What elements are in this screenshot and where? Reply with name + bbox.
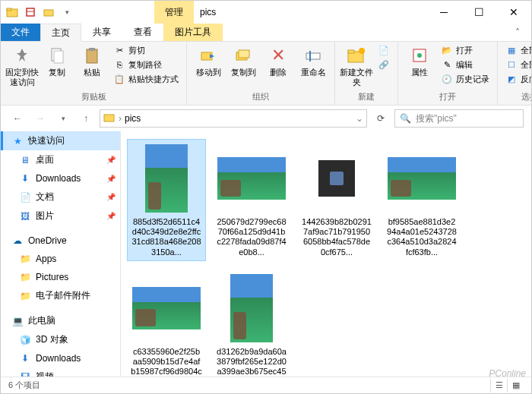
sidebar-item-quick-access[interactable]: ★ 快速访问 xyxy=(1,131,120,150)
copypath-icon: ⎘ xyxy=(113,58,125,71)
folder-qat-icon[interactable] xyxy=(42,5,55,19)
up-button[interactable]: ↑ xyxy=(77,109,95,128)
ribbon-collapse-button[interactable]: ˄ xyxy=(504,24,531,41)
copy-icon xyxy=(46,45,68,66)
titlebar: ▾ 管理 pics ─ ☐ ✕ xyxy=(1,1,531,24)
close-button[interactable]: ✕ xyxy=(496,1,531,24)
folder-icon: 📁 xyxy=(19,290,31,302)
view-icons-button[interactable]: ▦ xyxy=(507,379,524,392)
file-item[interactable]: 250679d2799ec6870f66a125d9d41bc2278fada0… xyxy=(212,139,291,261)
tab-share[interactable]: 共享 xyxy=(81,24,122,41)
svg-rect-4 xyxy=(44,10,53,16)
recent-dropdown[interactable]: ▾ xyxy=(54,109,72,128)
sidebar-item-3d-objects[interactable]: 🧊3D 对象 xyxy=(1,330,120,349)
pc-icon: 💻 xyxy=(11,315,24,327)
quick-access-toolbar: ▾ xyxy=(1,1,78,24)
new-item-button[interactable]: 📄 xyxy=(375,43,393,57)
file-thumbnail xyxy=(131,143,202,214)
file-item[interactable]: c63355960e2f25baa5909b15d7e4afb15987cf96… xyxy=(127,269,206,377)
group-new-label: 新建 xyxy=(358,90,375,103)
file-thumbnail xyxy=(386,143,458,214)
sidebar-item-documents[interactable]: 📄文档📌 xyxy=(1,188,120,206)
pin-to-quick-access-button[interactable]: 固定到快速访问 xyxy=(5,43,39,87)
sidebar-item-pictures-od[interactable]: 📁Pictures xyxy=(1,268,120,286)
navbar: ← → ▾ ↑ › pics ⌄ ⟳ 🔍 搜索"pics" xyxy=(1,106,531,131)
qat-dropdown-icon[interactable]: ▾ xyxy=(60,5,74,19)
group-open: 属性 📂打开 ✎编辑 🕘历史记录 打开 xyxy=(398,42,498,105)
open-button[interactable]: 📂打开 xyxy=(438,43,492,57)
sidebar-item-email-attach[interactable]: 📁电子邮件附件 xyxy=(1,286,120,305)
file-item[interactable]: 885d3f52d6511c4d40c349d2e8e2ffc31cd818a4… xyxy=(127,139,206,261)
invert-selection-button[interactable]: ◩反向选择 xyxy=(502,72,532,86)
file-item[interactable]: bf9585ae881d3e294a4a01e5243728c364a510d3… xyxy=(382,139,461,261)
search-box[interactable]: 🔍 搜索"pics" xyxy=(394,109,524,128)
sidebar-item-downloads-pc[interactable]: ⬇Downloads xyxy=(1,349,120,367)
properties-icon xyxy=(408,45,431,66)
delete-icon: ✕ xyxy=(267,45,290,66)
pin-icon: 📌 xyxy=(106,212,116,220)
svg-rect-6 xyxy=(54,51,63,63)
tab-picture-tools[interactable]: 图片工具 xyxy=(163,24,223,41)
sidebar-item-downloads[interactable]: ⬇Downloads📌 xyxy=(1,169,120,188)
sidebar-item-onedrive[interactable]: ☁OneDrive xyxy=(1,232,120,250)
history-button[interactable]: 🕘历史记录 xyxy=(438,72,492,86)
pin-icon: 📌 xyxy=(106,156,116,164)
paste-icon xyxy=(81,45,103,66)
paste-button[interactable]: 粘贴 xyxy=(75,43,109,77)
select-all-button[interactable]: ▦全部选择 xyxy=(502,43,532,57)
items-grid: 885d3f52d6511c4d40c349d2e8e2ffc31cd818a4… xyxy=(127,139,525,377)
properties-qat-icon[interactable] xyxy=(24,5,37,19)
paste-label: 粘贴 xyxy=(84,68,100,77)
refresh-button[interactable]: ⟳ xyxy=(372,109,390,128)
properties-button[interactable]: 属性 xyxy=(403,43,436,77)
rename-button[interactable]: 重命名 xyxy=(296,43,330,77)
paste-shortcut-button[interactable]: 📋粘贴快捷方式 xyxy=(110,72,182,86)
sidebar-item-this-pc[interactable]: 💻此电脑 xyxy=(1,311,120,330)
copy-to-button[interactable]: 复制到 xyxy=(226,43,260,77)
copy-button[interactable]: 复制 xyxy=(40,43,74,77)
move-to-button[interactable]: 移动到 xyxy=(192,43,225,77)
sidebar-item-pictures[interactable]: 🖼图片📌 xyxy=(1,206,120,225)
file-item[interactable]: d31262b9a9da60a3879fbf265e122d0a399ae3b6… xyxy=(212,269,291,377)
content-pane[interactable]: 885d3f52d6511c4d40c349d2e8e2ffc31cd818a4… xyxy=(121,131,531,377)
forward-button[interactable]: → xyxy=(31,109,49,128)
file-name: 250679d2799ec6870f66a125d9d41bc2278fada0… xyxy=(216,217,287,257)
address-bar[interactable]: › pics ⌄ xyxy=(100,109,367,128)
edit-icon: ✎ xyxy=(441,58,453,71)
view-details-button[interactable]: ☰ xyxy=(490,379,507,392)
file-name: bf9585ae881d3e294a4a01e5243728c364a510d3… xyxy=(386,217,458,257)
file-thumbnail xyxy=(301,143,372,214)
cut-button[interactable]: ✂剪切 xyxy=(110,43,182,57)
tab-file[interactable]: 文件 xyxy=(1,24,40,41)
sidebar-item-apps[interactable]: 📁Apps xyxy=(1,250,120,268)
file-name: 1442639b82b02917af9ac71b7919506058bb4fac… xyxy=(301,217,372,257)
svg-rect-7 xyxy=(87,49,97,63)
easy-access-button[interactable]: 🔗 xyxy=(375,58,393,71)
group-organize: 移动到 复制到 ✕ 删除 重命名 组织 xyxy=(187,42,335,105)
breadcrumb-item[interactable]: pics xyxy=(125,113,141,124)
tab-view[interactable]: 查看 xyxy=(122,24,163,41)
sidebar-item-videos[interactable]: 🎞视频 xyxy=(1,367,120,377)
minimize-button[interactable]: ─ xyxy=(426,1,461,24)
group-open-label: 打开 xyxy=(439,90,456,103)
back-button[interactable]: ← xyxy=(8,109,27,128)
address-dropdown-icon[interactable]: ⌄ xyxy=(356,113,363,124)
tab-home[interactable]: 主页 xyxy=(40,24,81,42)
copy-label: 复制 xyxy=(49,68,65,77)
group-new: 新建文件夹 📄 🔗 新建 xyxy=(335,42,398,105)
pictures-icon: 🖼 xyxy=(19,210,31,222)
file-item[interactable]: 1442639b82b02917af9ac71b7919506058bb4fac… xyxy=(297,139,376,261)
maximize-button[interactable]: ☐ xyxy=(461,1,496,24)
sidebar-item-desktop[interactable]: 🖥桌面📌 xyxy=(1,150,120,169)
folder-icon[interactable] xyxy=(5,5,19,19)
svg-rect-1 xyxy=(7,8,11,11)
copy-path-button[interactable]: ⎘复制路径 xyxy=(110,58,182,71)
pin-icon: 📌 xyxy=(106,175,116,183)
select-none-button[interactable]: ☐全部取消 xyxy=(502,58,532,71)
delete-button[interactable]: ✕ 删除 xyxy=(261,43,295,77)
sidebar[interactable]: ★ 快速访问 🖥桌面📌 ⬇Downloads📌 📄文档📌 🖼图片📌 ☁OneDr… xyxy=(1,131,121,377)
ribbon-tabs: 文件 主页 共享 查看 图片工具 ˄ xyxy=(1,24,531,42)
new-folder-button[interactable]: 新建文件夹 xyxy=(340,43,373,87)
file-thumbnail xyxy=(131,273,202,344)
edit-button[interactable]: ✎编辑 xyxy=(438,58,492,71)
